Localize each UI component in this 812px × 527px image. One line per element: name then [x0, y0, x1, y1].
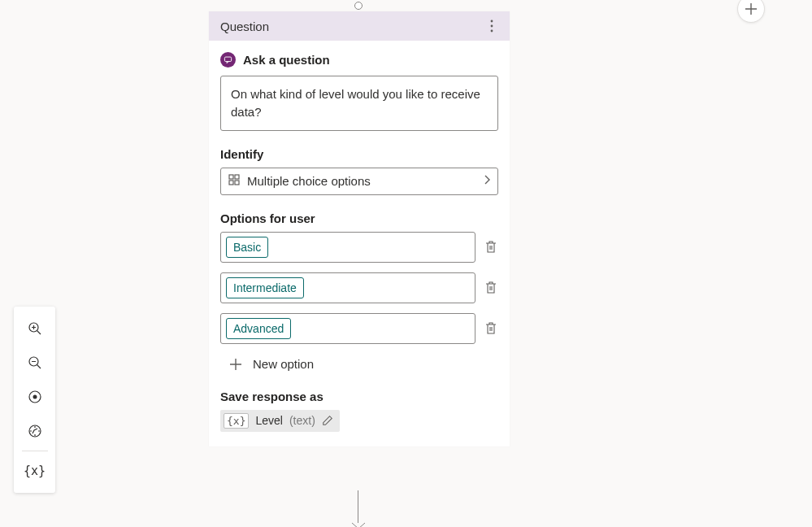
svg-rect-6 [229, 181, 233, 185]
question-card: Question Ask a question On what kind of … [209, 11, 510, 446]
svg-point-2 [491, 30, 493, 33]
ask-icon [220, 52, 236, 68]
variables-panel-button[interactable]: {x} [20, 454, 50, 488]
option-row-1: Intermediate [220, 272, 498, 303]
delete-option-button-1[interactable] [484, 281, 498, 294]
chevron-right-icon [483, 174, 491, 189]
identify-selector[interactable]: Multiple choice options [220, 168, 498, 195]
arrow-down-icon [351, 522, 366, 527]
variable-icon: {x} [224, 413, 249, 429]
save-response-label: Save response as [220, 390, 498, 403]
svg-point-11 [33, 395, 37, 399]
fit-icon [28, 390, 42, 404]
trash-icon [485, 241, 497, 254]
zoom-out-icon [28, 355, 42, 370]
card-body: Ask a question On what kind of level wou… [209, 41, 510, 446]
trash-icon [485, 322, 497, 335]
svg-point-0 [491, 20, 493, 23]
variables-icon: {x} [24, 464, 46, 478]
pencil-icon [322, 415, 333, 426]
zoom-in-icon [28, 321, 42, 336]
ask-section-title: Ask a question [243, 53, 330, 67]
option-row-0: Basic [220, 232, 498, 263]
edit-variable-button[interactable] [322, 415, 333, 426]
connector-top [358, 0, 359, 11]
identify-value: Multiple choice options [247, 174, 476, 188]
canvas-toolbar: {x} [14, 307, 55, 493]
trash-icon [485, 281, 497, 294]
fit-to-screen-button[interactable] [20, 380, 50, 414]
grid-icon [228, 173, 241, 189]
variable-chip[interactable]: {x} Level (text) [220, 410, 340, 432]
new-option-label: New option [253, 357, 314, 371]
svg-point-1 [491, 25, 493, 28]
plus-icon [228, 357, 243, 372]
option-chip: Basic [226, 237, 268, 258]
svg-rect-3 [224, 57, 231, 62]
option-chip: Advanced [226, 318, 291, 339]
kebab-menu-icon [490, 20, 493, 33]
connector-bottom [358, 490, 359, 527]
card-menu-button[interactable] [485, 16, 498, 36]
option-chip: Intermediate [226, 277, 304, 298]
option-input-0[interactable]: Basic [220, 232, 475, 263]
variable-type: (text) [289, 414, 315, 427]
question-text-input[interactable]: On what kind of level would you like to … [220, 76, 498, 131]
delete-option-button-0[interactable] [484, 241, 498, 254]
svg-rect-4 [229, 175, 233, 179]
reset-view-button[interactable] [20, 414, 50, 448]
svg-rect-7 [235, 181, 239, 185]
add-node-button[interactable] [737, 0, 765, 23]
new-option-button[interactable]: New option [220, 354, 498, 375]
plus-icon [744, 2, 758, 16]
ask-section-header: Ask a question [220, 52, 498, 68]
options-label: Options for user [220, 211, 498, 225]
zoom-in-button[interactable] [20, 311, 50, 346]
connector-dot-icon [354, 2, 363, 10]
option-row-2: Advanced [220, 313, 498, 344]
delete-option-button-2[interactable] [484, 322, 498, 335]
message-icon [224, 55, 232, 64]
variable-name: Level [255, 414, 282, 427]
card-header: Question [209, 11, 510, 41]
zoom-out-button[interactable] [20, 346, 50, 380]
identify-label: Identify [220, 147, 498, 161]
card-title: Question [220, 20, 269, 33]
option-input-1[interactable]: Intermediate [220, 272, 475, 303]
svg-rect-5 [235, 175, 239, 179]
compass-icon [28, 424, 42, 438]
toolbar-divider [22, 451, 48, 451]
option-input-2[interactable]: Advanced [220, 313, 475, 344]
